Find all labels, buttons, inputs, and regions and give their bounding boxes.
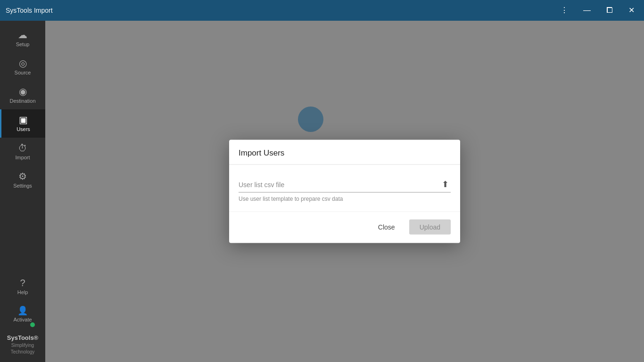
close-button[interactable]: ✕ bbox=[625, 5, 638, 16]
sidebar-item-activate[interactable]: 👤 Activate bbox=[0, 301, 45, 328]
activate-dot bbox=[30, 322, 35, 327]
modal-body: User list csv file ⬆ Use user list templ… bbox=[229, 165, 460, 212]
users-icon: ▣ bbox=[19, 115, 28, 124]
source-icon: ◎ bbox=[19, 58, 27, 68]
sidebar-label-activate: Activate bbox=[13, 317, 32, 322]
modal-container: Import Users User list csv file ⬆ Use us… bbox=[229, 140, 460, 243]
sidebar-label-destination: Destination bbox=[9, 98, 35, 104]
modal-title: Import Users bbox=[239, 148, 451, 158]
sidebar: ☁ Setup ◎ Source ◉ Destination ▣ Users ⏱… bbox=[0, 21, 45, 362]
sidebar-label-help: Help bbox=[17, 289, 28, 295]
close-modal-button[interactable]: Close bbox=[369, 220, 405, 235]
sidebar-item-destination[interactable]: ◉ Destination bbox=[0, 81, 45, 109]
cloud-icon: ☁ bbox=[18, 30, 27, 40]
sidebar-label-import: Import bbox=[15, 155, 30, 160]
menu-button[interactable]: ⋮ bbox=[557, 5, 572, 16]
app-title: SysTools Import bbox=[6, 7, 53, 14]
destination-icon: ◉ bbox=[19, 87, 27, 96]
title-bar: SysTools Import ⋮ — ⧠ ✕ bbox=[0, 0, 644, 21]
sidebar-label-source: Source bbox=[15, 70, 31, 75]
file-input-label: User list csv file bbox=[239, 179, 436, 190]
sidebar-bottom: ? Help 👤 Activate SysTools® Simplifying … bbox=[0, 272, 45, 362]
file-input-row: User list csv file ⬆ bbox=[239, 178, 451, 193]
brand-name: SysTools® bbox=[3, 334, 42, 342]
file-upload-button[interactable]: ⬆ bbox=[440, 178, 451, 190]
activate-icon: 👤 bbox=[17, 306, 28, 315]
modal-header: Import Users bbox=[229, 140, 460, 165]
modal-footer: Close Upload bbox=[229, 212, 460, 243]
import-icon: ⏱ bbox=[18, 143, 27, 153]
sidebar-item-import[interactable]: ⏱ Import bbox=[0, 138, 45, 166]
help-icon: ? bbox=[20, 278, 25, 288]
settings-icon: ⚙ bbox=[18, 172, 27, 181]
brand-area: SysTools® Simplifying Technology bbox=[0, 328, 45, 358]
sidebar-item-source[interactable]: ◎ Source bbox=[0, 53, 45, 81]
sidebar-item-users[interactable]: ▣ Users bbox=[0, 109, 45, 138]
sidebar-label-settings: Settings bbox=[13, 183, 32, 189]
sidebar-label-setup: Setup bbox=[16, 41, 30, 47]
file-hint: Use user list template to prepare csv da… bbox=[239, 196, 451, 202]
app-title-group: SysTools Import bbox=[6, 7, 53, 14]
minimize-button[interactable]: — bbox=[579, 5, 594, 16]
main-content: Import Users User list csv file ⬆ Use us… bbox=[45, 21, 644, 362]
window-controls: ⋮ — ⧠ ✕ bbox=[557, 5, 638, 16]
brand-sub: Simplifying Technology bbox=[3, 342, 42, 355]
sidebar-item-setup[interactable]: ☁ Setup bbox=[0, 25, 45, 53]
upload-button[interactable]: Upload bbox=[409, 220, 451, 235]
import-users-modal: Import Users User list csv file ⬆ Use us… bbox=[229, 140, 460, 243]
sidebar-label-users: Users bbox=[17, 126, 30, 132]
sidebar-item-settings[interactable]: ⚙ Settings bbox=[0, 166, 45, 194]
sidebar-item-help[interactable]: ? Help bbox=[0, 272, 45, 301]
maximize-button[interactable]: ⧠ bbox=[602, 5, 617, 16]
upload-arrow-icon: ⬆ bbox=[442, 179, 449, 189]
